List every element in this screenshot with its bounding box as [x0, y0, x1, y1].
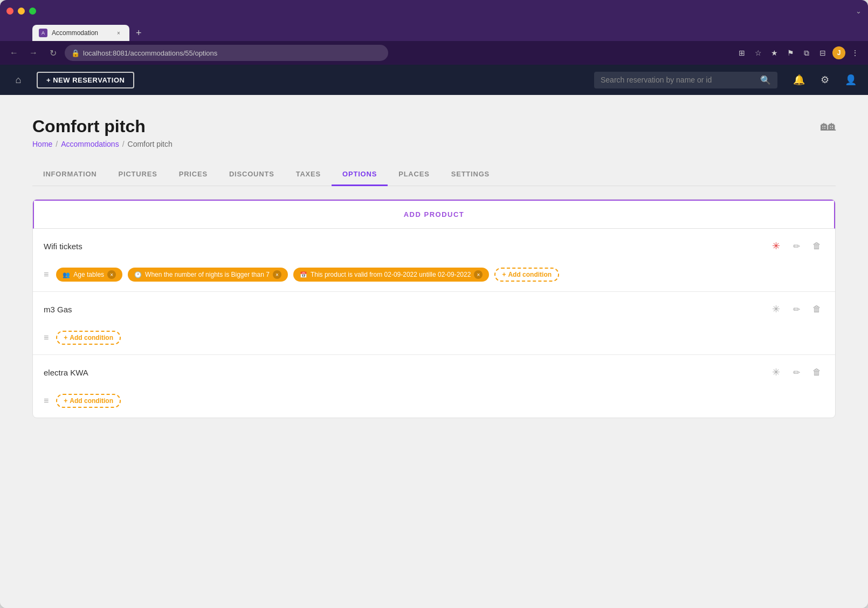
tab-options[interactable]: OPTIONS: [332, 163, 388, 186]
trash-icon: 🗑: [812, 241, 821, 251]
add-product-button[interactable]: ADD PRODUCT: [33, 200, 835, 229]
breadcrumb-current: Comfort pitch: [128, 140, 173, 148]
validity-icon: 📅: [300, 271, 307, 278]
flag-icon[interactable]: ⚑: [784, 46, 797, 59]
plus-icon-gas: +: [64, 334, 67, 341]
forward-button[interactable]: →: [26, 45, 41, 60]
conditions-row-electra: ≡ + Add condition: [33, 390, 835, 418]
search-input[interactable]: [601, 76, 756, 84]
new-reservation-button[interactable]: + NEW RESERVATION: [37, 72, 134, 88]
search-container[interactable]: 🔍: [594, 72, 777, 88]
asterisk-inactive-electra[interactable]: ✳: [768, 365, 783, 380]
browser-extensions: ⊞ ☆ ★ ⚑ ⧉ ⊟ J ⋮: [735, 46, 862, 59]
star-icon[interactable]: ★: [768, 46, 781, 59]
add-condition-gas-button[interactable]: + Add condition: [56, 331, 121, 345]
product-item-gas: m3 Gas ✳ ✏ 🗑 ≡: [33, 292, 835, 355]
trash-icon-electra: 🗑: [812, 367, 821, 377]
tab-close-btn[interactable]: ×: [114, 29, 123, 37]
traffic-light-green[interactable]: [29, 8, 36, 15]
nights-icon: 🕐: [134, 271, 142, 278]
product-header-electra: electra KWA ✳ ✏ 🗑: [33, 355, 835, 390]
refresh-button[interactable]: ↻: [45, 45, 60, 60]
edit-wifi-button[interactable]: ✏: [789, 238, 804, 254]
traffic-light-red[interactable]: [6, 8, 13, 15]
delete-electra-button[interactable]: 🗑: [809, 365, 824, 380]
product-name-wifi: Wifi tickets: [44, 242, 82, 251]
condition-tag-age-label: Age tables: [73, 271, 104, 278]
filter-icon-electra: ≡: [44, 396, 49, 406]
tab-places[interactable]: PLACES: [388, 163, 440, 186]
product-header-gas: m3 Gas ✳ ✏ 🗑: [33, 292, 835, 326]
add-condition-electra-label: Add condition: [70, 397, 113, 405]
condition-tag-validity[interactable]: 📅 This product is valid from 02-09-2022 …: [293, 268, 490, 282]
app-navbar: ⌂ + NEW RESERVATION 🔍 🔔 ⚙ 👤: [0, 65, 868, 95]
condition-tag-nights-close[interactable]: ×: [273, 270, 281, 279]
tab-pictures[interactable]: PICTURES: [108, 163, 168, 186]
edit-icon-gas: ✏: [793, 304, 800, 315]
product-item-wifi: Wifi tickets ✳ ✏ 🗑 ≡: [33, 229, 835, 292]
breadcrumb-accommodations[interactable]: Accommodations: [61, 140, 119, 148]
address-bar[interactable]: 🔒 localhost:8081/accommodations/55/optio…: [65, 45, 388, 61]
page-header-left: Comfort pitch Home / Accommodations / Co…: [32, 117, 173, 148]
add-condition-electra-button[interactable]: + Add condition: [56, 394, 121, 408]
tab-discounts[interactable]: DISCOUNTS: [218, 163, 285, 186]
menu-icon[interactable]: ⋮: [849, 46, 862, 59]
new-tab-button[interactable]: +: [132, 25, 146, 41]
breadcrumb-home[interactable]: Home: [32, 140, 52, 148]
search-icon: 🔍: [760, 75, 771, 85]
products-area: ADD PRODUCT Wifi tickets ✳ ✏ 🗑: [32, 199, 836, 418]
browser-tab-active[interactable]: A Accommodation ×: [32, 25, 129, 41]
tab-information[interactable]: INFORMATION: [32, 163, 108, 186]
asterisk-gray-icon-gas: ✳: [772, 303, 780, 315]
user-icon[interactable]: 👤: [842, 71, 859, 88]
navbar-actions: 🔔 ⚙ 👤: [790, 71, 859, 88]
product-actions-gas: ✳ ✏ 🗑: [768, 302, 824, 317]
tab-title-text: Accommodation: [52, 29, 98, 37]
asterisk-inactive-gas[interactable]: ✳: [768, 302, 783, 317]
settings-icon[interactable]: ⚙: [816, 71, 833, 88]
filter-icon-gas: ≡: [44, 333, 49, 343]
sidebar-icon[interactable]: ⊟: [816, 46, 829, 59]
edit-gas-button[interactable]: ✏: [789, 302, 804, 317]
bookmark-icon[interactable]: ☆: [752, 46, 764, 59]
asterisk-active-wifi[interactable]: ✳: [768, 238, 783, 254]
condition-tag-age-tables[interactable]: 👥 Age tables ×: [56, 268, 122, 282]
tab-prices[interactable]: PRICES: [168, 163, 218, 186]
condition-tag-age-close[interactable]: ×: [107, 270, 116, 279]
delete-wifi-button[interactable]: 🗑: [809, 238, 824, 254]
browser-window: ⌄ A Accommodation × + ← → ↻ 🔒 localhost:…: [0, 0, 868, 608]
add-condition-wifi-button[interactable]: + Add condition: [494, 268, 559, 282]
breadcrumb-sep-2: /: [122, 140, 125, 148]
tab-taxes[interactable]: TAXES: [285, 163, 332, 186]
filter-icon-wifi: ≡: [44, 270, 49, 279]
edit-icon-electra: ✏: [793, 367, 800, 378]
asterisk-gray-icon-electra: ✳: [772, 366, 780, 378]
add-condition-wifi-label: Add condition: [508, 271, 552, 278]
trash-icon-gas: 🗑: [812, 304, 821, 314]
bell-icon[interactable]: 🔔: [790, 71, 808, 88]
delete-gas-button[interactable]: 🗑: [809, 302, 824, 317]
product-name-electra: electra KWA: [44, 368, 88, 377]
profile-avatar[interactable]: J: [832, 46, 845, 59]
page-title: Comfort pitch: [32, 117, 173, 136]
home-button[interactable]: ⌂: [9, 70, 28, 90]
conditions-row-gas: ≡ + Add condition: [33, 326, 835, 354]
condition-tag-validity-label: This product is valid from 02-09-2022 un…: [311, 271, 471, 278]
back-button[interactable]: ←: [6, 45, 22, 60]
plus-icon-wifi: +: [502, 271, 506, 278]
main-content: Comfort pitch Home / Accommodations / Co…: [0, 95, 868, 608]
edit-icon: ✏: [793, 241, 800, 251]
edit-electra-button[interactable]: ✏: [789, 365, 804, 380]
product-actions-electra: ✳ ✏ 🗑: [768, 365, 824, 380]
breadcrumb-sep-1: /: [56, 140, 58, 148]
tab-settings[interactable]: SETTINGS: [440, 163, 500, 186]
product-header-wifi: Wifi tickets ✳ ✏ 🗑: [33, 229, 835, 263]
translate-icon[interactable]: ⊞: [735, 46, 748, 59]
tabs-container: INFORMATION PICTURES PRICES DISCOUNTS TA…: [32, 163, 836, 186]
product-actions-wifi: ✳ ✏ 🗑: [768, 238, 824, 254]
traffic-light-yellow[interactable]: [18, 8, 25, 15]
condition-tag-nights[interactable]: 🕐 When the number of nights is Bigger th…: [128, 268, 288, 282]
puzzle-icon[interactable]: ⧉: [800, 46, 813, 59]
window-collapse[interactable]: ⌄: [856, 7, 862, 15]
condition-tag-validity-close[interactable]: ×: [474, 270, 483, 279]
